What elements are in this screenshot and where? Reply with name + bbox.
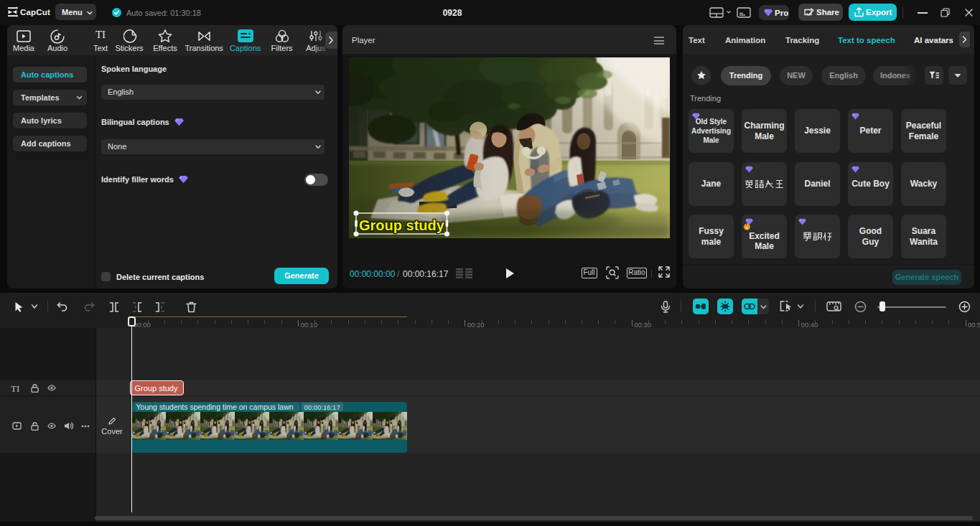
- svg-text:Group study: Group study: [359, 217, 445, 233]
